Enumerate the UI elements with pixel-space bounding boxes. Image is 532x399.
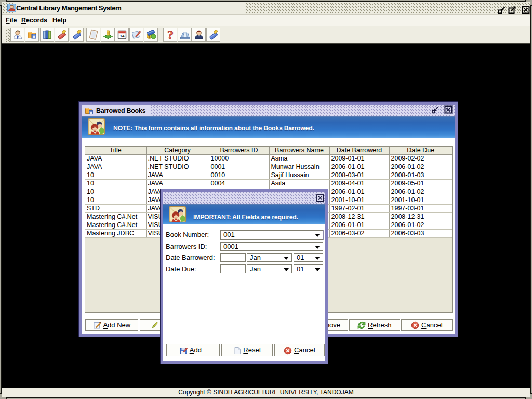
svg-text:14: 14 (120, 34, 125, 38)
svg-text:?: ? (167, 29, 174, 41)
